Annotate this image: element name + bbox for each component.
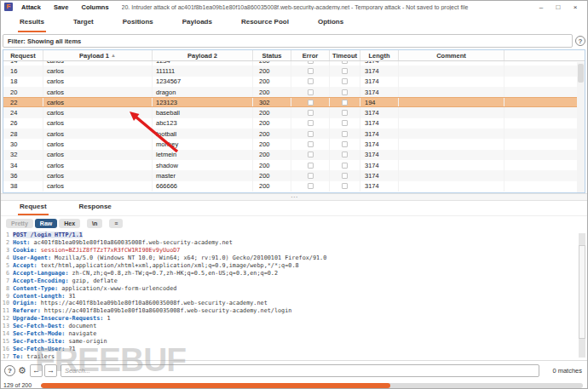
cell-payload2: 111111 bbox=[153, 66, 253, 76]
hamburger-menu-icon[interactable]: ≡ bbox=[109, 219, 123, 228]
intruder-attack-window: Ϝ Attack Save Columns 20. Intruder attac… bbox=[0, 0, 588, 389]
timeout-checkbox[interactable] bbox=[342, 141, 348, 147]
tab-target[interactable]: Target bbox=[72, 14, 95, 32]
scrollbar-thumb[interactable] bbox=[578, 64, 584, 83]
table-row[interactable]: 22carlos123123302194 bbox=[3, 97, 585, 107]
maximize-button[interactable]: □ bbox=[550, 3, 567, 11]
previous-match-button[interactable]: ← bbox=[30, 364, 43, 377]
error-checkbox[interactable] bbox=[308, 120, 314, 126]
column-header-payload2[interactable]: Payload 2 bbox=[153, 50, 253, 60]
cell-request: 26 bbox=[3, 118, 43, 129]
tab-resource-pool[interactable]: Resource Pool bbox=[239, 14, 291, 32]
error-checkbox[interactable] bbox=[308, 183, 314, 189]
tab-results[interactable]: Results bbox=[18, 14, 46, 32]
request-line: 11Referer: https://ac401f8b1ea09b1e80f10… bbox=[1, 307, 587, 315]
cell-error bbox=[291, 181, 330, 192]
tab-payloads[interactable]: Payloads bbox=[181, 14, 214, 32]
menu-save[interactable]: Save bbox=[54, 3, 69, 11]
column-header-error[interactable]: Error bbox=[291, 50, 330, 60]
column-header-payload1[interactable]: Payload 1▲ bbox=[43, 50, 153, 60]
hex-button[interactable]: Hex bbox=[59, 219, 80, 228]
tab-options[interactable]: Options bbox=[316, 14, 345, 32]
tab-positions[interactable]: Positions bbox=[121, 14, 155, 32]
table-row[interactable]: 26carlosabc1232003174 bbox=[3, 118, 585, 129]
column-label: Payload 1 bbox=[79, 52, 109, 60]
raw-button[interactable]: Raw bbox=[35, 219, 57, 228]
cell-filler bbox=[504, 87, 585, 97]
menu-columns[interactable]: Columns bbox=[81, 3, 108, 11]
timeout-checkbox[interactable] bbox=[342, 183, 348, 189]
timeout-checkbox[interactable] bbox=[342, 89, 348, 95]
table-row[interactable]: 28carlosfootball2003174 bbox=[3, 129, 585, 139]
timeout-checkbox[interactable] bbox=[342, 68, 348, 74]
error-checkbox[interactable] bbox=[308, 173, 314, 179]
timeout-checkbox[interactable] bbox=[342, 61, 348, 64]
table-row[interactable]: 32carlosletmein2003174 bbox=[3, 150, 585, 160]
splitter-handle-icon[interactable]: ⋯ bbox=[291, 196, 297, 199]
table-row[interactable]: 36carlosmaster2003174 bbox=[3, 170, 585, 180]
cell-length: 3174 bbox=[360, 160, 399, 170]
cell-filler bbox=[504, 139, 585, 149]
cell-status: 200 bbox=[253, 87, 291, 97]
filter-bar[interactable]: Filter: Showing all items bbox=[3, 34, 573, 48]
column-header-status[interactable]: Status bbox=[253, 50, 291, 60]
minimize-button[interactable]: – bbox=[533, 3, 550, 11]
error-checkbox[interactable] bbox=[308, 163, 314, 169]
error-checkbox[interactable] bbox=[308, 141, 314, 147]
error-checkbox[interactable] bbox=[308, 68, 314, 74]
error-checkbox[interactable] bbox=[308, 131, 314, 137]
search-settings-gear-icon[interactable]: ⚙ bbox=[18, 365, 26, 376]
cell-error bbox=[291, 160, 330, 170]
column-header-length[interactable]: Length bbox=[360, 50, 399, 60]
table-row[interactable]: 38carlos6666662003174 bbox=[3, 181, 585, 192]
close-button[interactable]: × bbox=[567, 3, 584, 11]
table-row[interactable]: 18carlos12345672003174 bbox=[3, 77, 585, 87]
error-checkbox[interactable] bbox=[308, 61, 314, 64]
cell-payload2: monkey bbox=[153, 139, 253, 149]
table-row[interactable]: 20carlosdragon2003174 bbox=[3, 87, 585, 97]
cell-request: 20 bbox=[3, 87, 43, 97]
table-header: Request Payload 1▲ Payload 2 Status Erro… bbox=[3, 50, 585, 61]
timeout-checkbox[interactable] bbox=[342, 163, 348, 169]
newline-toggle-button[interactable]: \n bbox=[87, 219, 102, 228]
table-row[interactable]: 24carlosbaseball2003174 bbox=[3, 107, 585, 117]
timeout-checkbox[interactable] bbox=[342, 78, 348, 84]
cell-payload1: carlos bbox=[43, 118, 153, 129]
timeout-checkbox[interactable] bbox=[342, 100, 348, 106]
table-row[interactable]: 16carlos1111112003174 bbox=[3, 66, 585, 76]
error-checkbox[interactable] bbox=[308, 152, 314, 157]
error-checkbox[interactable] bbox=[308, 78, 314, 84]
timeout-checkbox[interactable] bbox=[342, 152, 348, 157]
cell-payload2: 123123 bbox=[153, 98, 253, 106]
cell-request: 32 bbox=[3, 150, 43, 160]
timeout-checkbox[interactable] bbox=[342, 110, 348, 116]
progress-bar-track bbox=[41, 383, 583, 388]
timeout-checkbox[interactable] bbox=[342, 131, 348, 137]
pretty-button[interactable]: Pretty bbox=[6, 219, 33, 228]
search-input[interactable] bbox=[61, 364, 539, 377]
menu-attack[interactable]: Attack bbox=[21, 3, 41, 11]
timeout-checkbox[interactable] bbox=[342, 120, 348, 126]
column-header-request[interactable]: Request bbox=[3, 50, 43, 60]
cell-comment bbox=[399, 87, 504, 97]
table-row[interactable]: 34carlosshadow2003174 bbox=[3, 160, 585, 170]
timeout-checkbox[interactable] bbox=[342, 173, 348, 179]
tab-response[interactable]: Response bbox=[78, 200, 113, 215]
editor-vertical-scrollbar[interactable] bbox=[579, 233, 585, 358]
request-line: 14Sec-Fetch-Mode: navigate bbox=[1, 330, 587, 338]
error-checkbox[interactable] bbox=[308, 100, 314, 106]
error-checkbox[interactable] bbox=[308, 89, 314, 95]
table-row[interactable]: 30carlosmonkey2003174 bbox=[3, 139, 585, 149]
editor-scrollbar-thumb[interactable] bbox=[579, 245, 585, 339]
error-checkbox[interactable] bbox=[308, 110, 314, 116]
help-icon[interactable]: ? bbox=[575, 36, 585, 46]
search-help-icon[interactable]: ? bbox=[4, 365, 15, 376]
column-header-timeout[interactable]: Timeout bbox=[330, 50, 360, 60]
table-vertical-scrollbar[interactable] bbox=[577, 62, 585, 192]
cell-timeout bbox=[330, 150, 360, 160]
tab-request[interactable]: Request bbox=[18, 200, 49, 215]
column-header-comment[interactable]: Comment bbox=[399, 50, 504, 60]
next-match-button[interactable]: → bbox=[44, 364, 57, 377]
progress-fill bbox=[41, 383, 390, 388]
request-editor[interactable]: 1POST /login HTTP/1.12Host: ac401f8b1ea0… bbox=[1, 230, 587, 360]
